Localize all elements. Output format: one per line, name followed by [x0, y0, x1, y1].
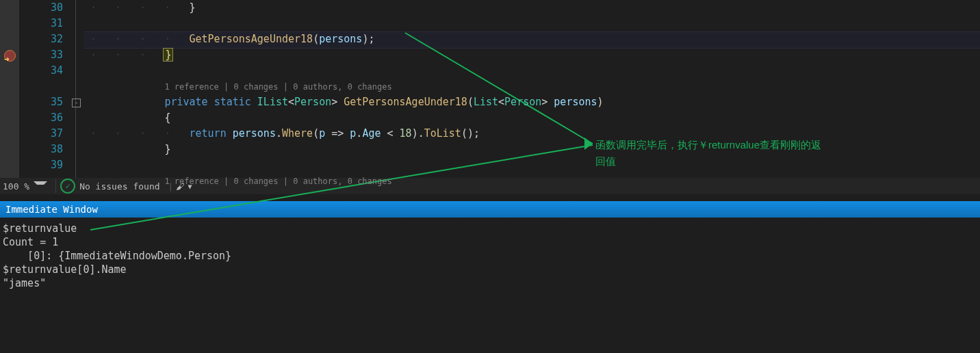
line-number: 32	[19, 31, 70, 47]
codelens-text[interactable]: 1 reference | 0 changes | 0 authors, 0 c…	[164, 176, 391, 186]
code-line[interactable]: 32 · · · · GetPersonsAgeUnder18(persons)…	[0, 31, 980, 47]
check-circle-icon: ✓	[60, 179, 75, 194]
zoom-dropdown[interactable]: 100 %	[0, 181, 51, 192]
immediate-window-title[interactable]: Immediate Window	[0, 201, 980, 218]
code-line[interactable]: 34	[0, 63, 980, 79]
line-number: 38	[19, 142, 70, 157]
line-number: 36	[19, 110, 70, 126]
codelens-text[interactable]: 1 reference | 0 changes | 0 authors, 0 c…	[164, 82, 391, 92]
code-line[interactable]: 30 · · · · }	[0, 0, 980, 16]
code-line[interactable]: 36 {	[0, 110, 980, 126]
immediate-line: [0]: {ImmediateWindowDemo.Person}	[3, 250, 231, 262]
immediate-line: $returnvalue[0].Name	[3, 263, 127, 276]
line-number: 37	[19, 126, 70, 142]
line-number: 33	[19, 47, 70, 63]
closing-brace: }	[163, 48, 173, 62]
line-number: 35	[19, 94, 70, 110]
immediate-window[interactable]: $returnvalue Count = 1 [0]: {ImmediateWi…	[0, 218, 980, 353]
argument: persons	[319, 33, 362, 45]
line-number: 30	[19, 0, 70, 16]
fold-toggle-icon[interactable]: -	[72, 99, 81, 107]
immediate-line: "james"	[3, 277, 46, 289]
immediate-line: Count = 1	[3, 236, 58, 248]
annotation-text: 函数调用完毕后，执行￥returnvalue查看刚刚的返 回值	[595, 137, 951, 170]
method-call: GetPersonsAgeUnder18	[190, 33, 313, 45]
codelens-row[interactable]: 1 reference | 0 changes | 0 authors, 0 c…	[0, 79, 980, 94]
chevron-down-icon	[34, 181, 47, 192]
immediate-line: $returnvalue	[3, 222, 77, 235]
zoom-level: 100 %	[3, 181, 29, 192]
code-line[interactable]: ➜ 33 · · · }	[0, 47, 980, 63]
code-line[interactable]: 31	[0, 16, 980, 31]
line-number: 34	[19, 63, 70, 79]
method-definition: GetPersonsAgeUnder18	[344, 96, 467, 108]
line-number: 39	[19, 157, 70, 173]
code-line[interactable]: 35 - private static IList<Person> GetPer…	[0, 94, 980, 110]
line-number: 31	[19, 16, 70, 31]
